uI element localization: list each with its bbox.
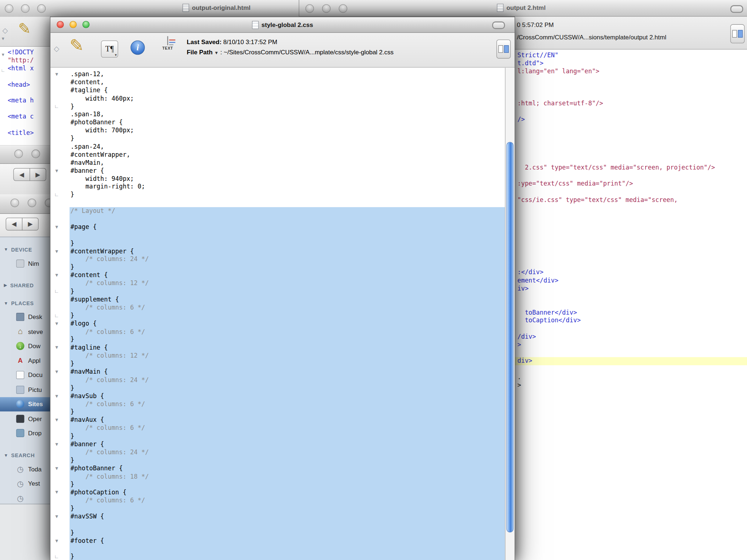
code-line[interactable] [515, 156, 747, 164]
code-line[interactable] [515, 124, 747, 132]
sidebar-section-places[interactable]: ▼ PLACES [0, 296, 50, 310]
code-line[interactable]: t.dtd"> [515, 59, 747, 67]
minimize-button[interactable] [322, 4, 331, 13]
fold-mark-icon[interactable] [50, 135, 69, 143]
code-line[interactable]: /> [515, 116, 747, 124]
fold-mark-icon[interactable] [50, 481, 69, 489]
code-line[interactable] [70, 215, 505, 223]
code-line[interactable]: /* columns: 12 */ [70, 352, 505, 360]
file-path-dropdown-icon[interactable]: ▼ [214, 50, 219, 55]
css-code-area[interactable]: .span-12, #content, #tagline { width: 46… [70, 70, 505, 560]
text-options-button[interactable]: T¶ ▾ [101, 40, 118, 58]
sidebar-item[interactable] [0, 491, 50, 504]
code-line[interactable]: #navSub { [70, 392, 505, 400]
code-line[interactable]: #logo { [70, 320, 505, 328]
fold-mark-icon[interactable] [50, 400, 69, 408]
split-pane-button[interactable] [730, 24, 744, 43]
code-line[interactable] [515, 83, 747, 92]
fold-mark-icon[interactable] [1, 19, 7, 27]
disclosure-triangle-icon[interactable]: ▼ [4, 301, 8, 306]
fold-mark-icon[interactable] [1, 27, 7, 35]
code-line[interactable] [515, 228, 747, 236]
code-line[interactable]: #supplement { [70, 296, 505, 304]
sidebar-item[interactable]: steve [0, 324, 50, 339]
fold-mark-icon[interactable]: ▼ [50, 223, 69, 231]
code-line[interactable]: } [70, 481, 505, 489]
fold-mark-icon[interactable]: ▼ [50, 344, 69, 352]
info-button[interactable]: i [131, 40, 145, 55]
fold-mark-icon[interactable] [1, 83, 7, 91]
code-line[interactable]: } [70, 103, 505, 111]
fold-mark-icon[interactable] [50, 545, 69, 553]
fold-mark-icon[interactable] [50, 240, 69, 248]
code-line[interactable]: } [70, 312, 505, 320]
fold-mark-icon[interactable] [50, 199, 69, 207]
fold-mark-icon[interactable] [50, 432, 69, 440]
zoom-button[interactable] [37, 4, 46, 13]
code-line[interactable]: } [70, 135, 505, 143]
text-document-button[interactable]: TEXT [159, 37, 176, 51]
disclosure-triangle-icon[interactable]: ▶ [4, 283, 7, 287]
fold-mark-icon[interactable] [50, 505, 69, 513]
code-line[interactable] [515, 261, 747, 269]
scrollbar-thumb[interactable] [506, 142, 514, 532]
code-line[interactable]: /* columns: 12 */ [70, 280, 505, 288]
code-line[interactable]: > [515, 381, 747, 389]
code-line[interactable] [515, 188, 747, 196]
css-code-editor[interactable]: ▼∟▼∟▼▼▼∟∟▼▼▼▼▼▼▼▼▼▼∟ .span-12, #content,… [50, 67, 514, 560]
fold-mark-icon[interactable] [50, 86, 69, 94]
fold-mark-icon[interactable] [50, 151, 69, 159]
code-line[interactable]: .span-24, [70, 143, 505, 151]
sidebar-item[interactable]: Sites [0, 397, 50, 412]
fold-mark-icon[interactable] [50, 78, 69, 86]
code-line[interactable]: "http:/ [8, 57, 50, 65]
fold-mark-icon[interactable]: ▼ [50, 167, 69, 175]
fold-mark-icon[interactable]: ▼ [50, 248, 69, 256]
code-line[interactable]: iv> [515, 285, 747, 293]
code-line[interactable]: #photoBanner { [70, 119, 505, 127]
code-line[interactable]: width: 700px; [70, 127, 505, 135]
fold-mark-icon[interactable]: ▼ [50, 416, 69, 424]
code-line[interactable]: l:lang="en" lang="en"> [515, 67, 747, 75]
fold-mark-icon[interactable]: ▼ [50, 513, 69, 521]
code-line[interactable]: #footer { [70, 537, 505, 545]
minimize-button[interactable] [21, 4, 30, 13]
fold-mark-icon[interactable] [50, 424, 69, 432]
html-code-area[interactable]: Strict//EN" t.dtd"> l:lang="en" lang="en… [515, 50, 747, 389]
code-line[interactable]: <!DOCTY [8, 48, 50, 57]
close-button[interactable] [14, 149, 23, 158]
disclosure-triangle-icon[interactable]: ▼ [4, 247, 8, 252]
code-line[interactable] [515, 293, 747, 301]
code-line[interactable]: <meta c [8, 113, 50, 121]
code-line[interactable]: } [70, 408, 505, 416]
fold-mark-icon[interactable] [50, 264, 69, 272]
code-line[interactable]: :</div> [515, 269, 747, 277]
code-line[interactable]: /* columns: 6 */ [70, 424, 505, 432]
fold-mark-icon[interactable]: ▼ [50, 272, 69, 280]
fold-mark-icon[interactable] [50, 215, 69, 223]
finder-window-fragment-2[interactable]: ◀ ▶ [0, 194, 50, 237]
code-line[interactable]: toBanner</div> [515, 309, 747, 317]
fold-mark-icon[interactable] [50, 336, 69, 344]
fold-mark-icon[interactable]: ∟ [50, 103, 69, 111]
fold-gutter[interactable]: ▼∟▼∟▼▼▼∟∟▼▼▼▼▼▼▼▼▼▼∟ [50, 70, 69, 560]
split-pane-button[interactable] [496, 39, 511, 58]
code-line[interactable] [515, 148, 747, 156]
code-line[interactable]: } [70, 264, 505, 272]
code-line[interactable]: <head> [8, 81, 50, 89]
fold-mark-icon[interactable] [50, 448, 69, 456]
code-line[interactable] [515, 204, 747, 212]
sidebar-item[interactable]: Appl [0, 353, 50, 368]
fold-mark-icon[interactable]: ∟ [1, 67, 7, 75]
code-line[interactable]: } [70, 456, 505, 464]
fold-mark-icon[interactable] [50, 94, 69, 102]
code-line[interactable] [515, 349, 747, 357]
fold-mark-icon[interactable] [50, 119, 69, 127]
fold-mark-icon[interactable]: ∟ [50, 288, 69, 296]
code-line[interactable]: /* Layout */ [70, 207, 505, 215]
code-line[interactable] [515, 92, 747, 100]
sidebar-item[interactable]: Toda [0, 462, 50, 477]
code-line[interactable]: #navMain, [70, 159, 505, 167]
code-line[interactable]: Strict//EN" [515, 51, 747, 59]
code-line[interactable]: <title> [8, 129, 50, 137]
